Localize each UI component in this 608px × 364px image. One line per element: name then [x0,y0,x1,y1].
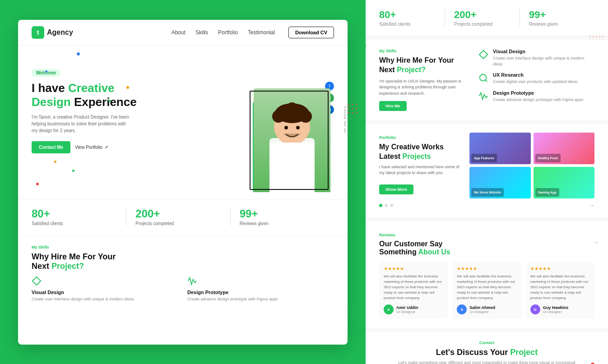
skills-badge: My Skills [32,245,49,249]
review-text-1: We will also facilitate the business mar… [384,274,443,301]
right-reviews-section: Reviews Our Customer SaySomething About … [366,221,608,328]
right-panel: 80+ Satisfied clients 200+ Projects comp… [366,0,608,364]
clients-count: 80+ [32,208,117,219]
right-portfolio-section: Portfolio My Creative WorksLatest Projec… [366,124,608,217]
reviewer-avatar-3: G [530,304,540,314]
hero-dot [77,52,80,55]
waveform-icon [187,276,197,286]
skill-desc-ux-right: Create digital user products with update… [493,79,578,85]
portfolio-heading: My Creative WorksLatest Projects [379,143,460,161]
reviewer-name-2: Salim Ahmed [469,305,495,310]
portfolio-text: Portfolio My Creative WorksLatest Projec… [379,133,460,198]
skill-name-prototype: Design Prototype [187,290,334,295]
skill-title-ux: UX Research [493,72,578,78]
reviewer-role-1: UI Designer [396,310,418,314]
skill-card-ux: UX Research Create digital user products… [478,72,594,85]
skills-section-badge: My Skills [379,49,469,53]
follow-text: Follow me on [343,106,348,133]
reviews-count: 99+ [240,208,325,219]
portfolio-top: Portfolio My Creative WorksLatest Projec… [379,133,594,198]
hero-dot [36,183,39,185]
hero-experience-text: Experience [71,95,137,109]
contact-description: Let's make something new, different and … [379,360,594,364]
review-card-2: ★★★★★ We will also facilitate the busine… [452,262,521,319]
nav-links: About Skills Portfolio Testimonial [172,29,275,36]
review-stars-2: ★★★★★ [457,266,516,271]
reviewer-name-1: Amir Uddin [396,305,418,310]
view-portfolio-button[interactable]: View Portfolio ↗ [75,145,108,150]
review-text-3: We will also facilitate the business mar… [530,274,590,301]
hero-title-part1: I have [32,81,68,95]
review-text-2: We will also facilitate the business mar… [457,274,516,301]
reviewer-role-2: UI Designer [469,310,495,314]
right-clients-label: Satisfied clients [379,22,436,27]
right-diamond-icon [478,50,488,60]
nav-skills[interactable]: Skills [195,29,208,36]
portfolio-dot-inactive-1 [385,204,388,207]
contact-heading: Let's Discuss Your Project [379,348,594,357]
hero-dot [45,70,47,73]
skills-grid: Visual Design Create user interface desi… [32,276,334,302]
show-more-button[interactable]: Show More [379,184,413,194]
stat-projects: 200+ Projects completed [126,208,230,226]
svg-line-14 [485,80,487,82]
nav-logo: t Agency [32,26,73,39]
portfolio-next-arrow[interactable]: → [589,202,594,208]
review-stars-3: ★★★★★ [530,266,590,271]
brand-name: Agency [47,28,73,37]
download-cv-button[interactable]: Download CV [288,27,334,38]
right-search-icon [478,73,488,83]
reviews-arrow[interactable]: → [594,239,599,245]
svg-marker-11 [32,277,41,285]
reviewer-role-3: UI Designer [543,310,569,314]
review-card-3: ★★★★★ We will also facilitate the busine… [526,262,594,319]
right-stat-projects: 200+ Projects completed [445,9,520,27]
skill-card-prototype: Design Prototype Create advance design p… [478,90,594,103]
right-projects-count: 200+ [454,9,511,21]
right-reviews-count: 99+ [529,9,585,21]
portfolio-img-1: App Features [469,133,531,164]
svg-marker-12 [479,51,487,59]
skill-name-visual: Visual Design [32,290,178,295]
right-prototype-icon [478,91,488,101]
nav-portfolio[interactable]: Portfolio [218,29,238,36]
right-reviews-label: Reviews given [529,22,585,27]
right-stats: 80+ Satisfied clients 200+ Projects comp… [366,0,608,36]
skills-right-cards: Visual Design Create user interface desi… [478,49,594,111]
skill-title-prototype-right: Design Prototype [493,90,584,96]
navbar: t Agency About Skills Portfolio Testimon… [18,20,348,46]
clients-label: Satisfied clients [32,221,117,226]
nav-about[interactable]: About [172,29,186,36]
hero-design-text: Design [32,95,71,109]
reviewer-avatar-2: S [457,304,467,314]
hero-right: f ✉ in Follow me on [226,55,334,192]
contact-me-button[interactable]: Contact Me [32,141,70,153]
contact-badge: Contact [379,341,594,345]
reviews-label: Reviews given [240,221,325,226]
left-panel: t Agency About Skills Portfolio Testimon… [0,0,366,364]
hero-section: Welcome I have Creative Design Experienc… [18,46,348,199]
hero-creative-text: Creative [68,81,115,95]
skills-section-heading: Why Hire Me For YourNext Project? [379,56,469,75]
skill-desc-prototype-right: Create advance design prototype with Fig… [493,97,584,103]
reviewer-name-3: Guy Hawkins [543,305,569,310]
portfolio-nav: → [379,202,594,208]
skill-prototype: Design Prototype Create advance design p… [187,276,334,302]
skill-prototype-info: Design Prototype Create advance design p… [493,90,584,103]
portfolio-dot-inactive-2 [390,204,393,207]
skill-visual-info: Visual Design Create user interface desi… [493,49,594,67]
portfolio-img-4: Gaming App [534,167,595,198]
hire-me-button[interactable]: Hire Me [379,101,407,111]
reviews-heading: Our Customer SaySomething About Us [379,240,594,256]
projects-count: 200+ [135,208,221,219]
skill-desc-prototype: Create advance design prototype with Fig… [187,296,334,302]
nav-testimonial[interactable]: Testimonial [248,29,275,36]
right-panel-inner: 80+ Satisfied clients 200+ Projects comp… [366,0,608,364]
right-projects-label: Projects completed [454,22,511,27]
right-contact-section: Contact Let's Discuss Your Project Let's… [366,332,608,364]
reviewer-avatar-1: A [384,304,394,314]
right-clients-count: 80+ [379,9,436,21]
skills-dot [366,44,366,47]
stat-clients: 80+ Satisfied clients [32,208,126,226]
skill-visual-design: Visual Design Create user interface desi… [32,276,178,302]
